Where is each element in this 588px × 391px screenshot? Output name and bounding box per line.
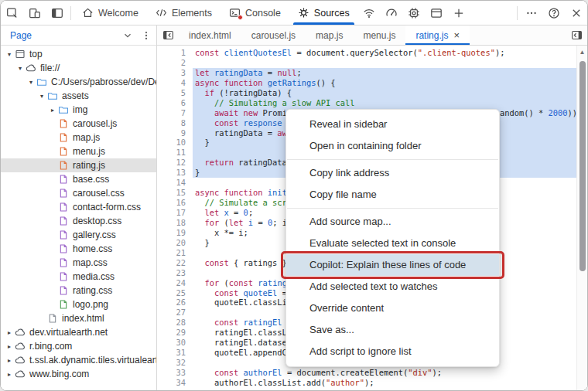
line-number[interactable]: 30 <box>157 338 193 348</box>
tree-down-arrow-icon[interactable]: ▾ <box>36 93 47 100</box>
tree-item[interactable]: contact-form.css <box>1 200 156 214</box>
line-number[interactable]: 10 <box>157 138 193 148</box>
line-number[interactable]: 3 <box>157 68 193 78</box>
code-line[interactable]: 34 authorEl.classList.add("author"); <box>157 378 587 388</box>
tree-item[interactable]: logo.png <box>1 298 156 311</box>
tree-down-arrow-icon[interactable]: ▾ <box>4 51 15 58</box>
line-number[interactable]: 4 <box>157 78 193 88</box>
file-tab-menu.js[interactable]: menu.js <box>353 26 405 45</box>
tree-right-arrow-icon[interactable]: ▸ <box>4 371 15 378</box>
scrollbar-thumb[interactable] <box>579 61 586 271</box>
close-tab-icon[interactable]: × <box>453 30 460 40</box>
line-number[interactable]: 15 <box>157 188 193 198</box>
line-number[interactable]: 20 <box>157 238 193 248</box>
line-number[interactable]: 27 <box>157 308 193 318</box>
tree-item[interactable]: home.css <box>1 242 156 256</box>
menu-item[interactable]: Reveal in sidebar <box>286 114 499 135</box>
plus-icon[interactable] <box>448 1 470 25</box>
tree-item[interactable]: map.css <box>1 256 156 270</box>
line-number[interactable]: 6 <box>157 98 193 108</box>
line-number[interactable]: 24 <box>157 278 193 288</box>
code-line[interactable]: 2 <box>157 58 587 68</box>
application-window-icon[interactable] <box>426 1 448 25</box>
file-tab-carousel.js[interactable]: carousel.js <box>241 26 306 45</box>
help-icon[interactable] <box>542 1 565 25</box>
menu-item[interactable]: Evaluate selected text in console <box>286 233 499 254</box>
tree-right-arrow-icon[interactable]: ▸ <box>4 329 15 336</box>
line-number[interactable]: 9 <box>157 128 193 138</box>
menu-item[interactable]: Copilot: Explain these lines of code <box>286 254 499 276</box>
tree-item[interactable]: gallery.css <box>1 228 156 242</box>
file-tab-map.js[interactable]: map.js <box>306 26 353 45</box>
code-line[interactable]: 1const clientQuotesEl = document.querySe… <box>157 48 587 58</box>
more-dots-icon[interactable] <box>520 1 542 25</box>
tree-item[interactable]: media.css <box>1 270 156 284</box>
close-icon[interactable] <box>565 1 587 25</box>
line-number[interactable]: 23 <box>157 268 193 278</box>
device-emulation-icon[interactable] <box>23 1 46 25</box>
tree-item[interactable]: ▸www.bing.com <box>1 367 156 381</box>
line-number[interactable]: 29 <box>157 328 193 338</box>
line-number[interactable]: 8 <box>157 118 193 128</box>
network-wifi-icon[interactable] <box>358 1 381 25</box>
tree-down-arrow-icon[interactable]: ▾ <box>15 65 26 72</box>
line-number[interactable]: 14 <box>157 178 193 188</box>
tab-console[interactable]: Console <box>220 1 289 25</box>
tree-item[interactable]: carousel.js <box>1 117 156 131</box>
tree-item[interactable]: ▸dev.virtualearth.net <box>1 325 156 339</box>
line-number[interactable]: 19 <box>157 228 193 238</box>
memory-chip-icon[interactable] <box>403 1 426 25</box>
tree-item[interactable]: map.js <box>1 131 156 144</box>
tree-down-arrow-icon[interactable]: ▾ <box>26 79 36 86</box>
line-number[interactable]: 17 <box>157 208 193 218</box>
toggle-debugger-sidebar-icon[interactable] <box>566 26 587 45</box>
code-line[interactable]: 6 // Simulating a slow API call <box>157 98 587 108</box>
line-number[interactable]: 21 <box>157 248 193 258</box>
line-number[interactable]: 1 <box>157 48 193 58</box>
line-number[interactable]: 32 <box>157 358 193 368</box>
menu-item[interactable]: Add source map... <box>286 211 499 233</box>
tree-item[interactable]: ▸t.ssl.ak.dynamic.tiles.virtualearth.net <box>1 353 156 367</box>
line-number[interactable]: 25 <box>157 288 193 298</box>
line-number[interactable]: 5 <box>157 88 193 98</box>
tree-right-arrow-icon[interactable]: ▸ <box>47 107 58 114</box>
menu-item[interactable]: Override content <box>286 298 499 319</box>
tree-item[interactable]: ▾file:// <box>1 61 156 75</box>
tree-item[interactable]: rating.js <box>1 158 156 172</box>
tree-right-arrow-icon[interactable]: ▸ <box>4 343 15 350</box>
line-number[interactable]: 18 <box>157 218 193 228</box>
line-number[interactable]: 28 <box>157 318 193 328</box>
tree-item[interactable]: rating.css <box>1 284 156 298</box>
toggle-navigator-icon[interactable] <box>157 26 179 45</box>
file-tab-index.html[interactable]: index.html <box>179 26 241 45</box>
chevron-down-icon[interactable] <box>122 30 133 41</box>
tree-item[interactable]: ▾C:/Users/pabrosse/dev/Demo <box>1 75 156 89</box>
performance-gauge-icon[interactable] <box>381 1 403 25</box>
tree-item[interactable]: ▸img <box>1 103 156 117</box>
tab-elements[interactable]: Elements <box>147 1 220 25</box>
tab-sources[interactable]: Sources <box>289 1 358 25</box>
menu-item[interactable]: Copy file name <box>286 184 499 206</box>
tree-item[interactable]: menu.js <box>1 144 156 158</box>
inspect-icon[interactable] <box>1 1 23 25</box>
line-number[interactable]: 31 <box>157 348 193 358</box>
menu-item[interactable]: Add selected text to watches <box>286 276 499 298</box>
tree-item[interactable]: desktop.css <box>1 214 156 228</box>
line-number[interactable]: 16 <box>157 198 193 208</box>
line-number[interactable]: 26 <box>157 298 193 308</box>
menu-item[interactable]: Add script to ignore list <box>286 341 499 362</box>
line-number[interactable]: 34 <box>157 378 193 388</box>
line-number[interactable]: 33 <box>157 368 193 378</box>
tab-welcome[interactable]: Welcome <box>74 1 147 25</box>
tree-item[interactable]: ▸r.bing.com <box>1 339 156 353</box>
code-line[interactable]: 5 if (!ratingData) { <box>157 88 587 98</box>
tree-item[interactable]: index.html <box>1 311 156 325</box>
editor-scrollbar[interactable]: ▲ <box>576 46 587 391</box>
tree-item[interactable]: base.css <box>1 172 156 186</box>
file-tab-rating.js[interactable]: rating.js× <box>405 26 470 45</box>
tree-item[interactable]: carousel.css <box>1 186 156 200</box>
line-number[interactable]: 22 <box>157 258 193 268</box>
menu-item[interactable]: Open in containing folder <box>286 135 499 157</box>
line-number[interactable]: 11 <box>157 148 193 158</box>
line-number[interactable]: 2 <box>157 58 193 68</box>
